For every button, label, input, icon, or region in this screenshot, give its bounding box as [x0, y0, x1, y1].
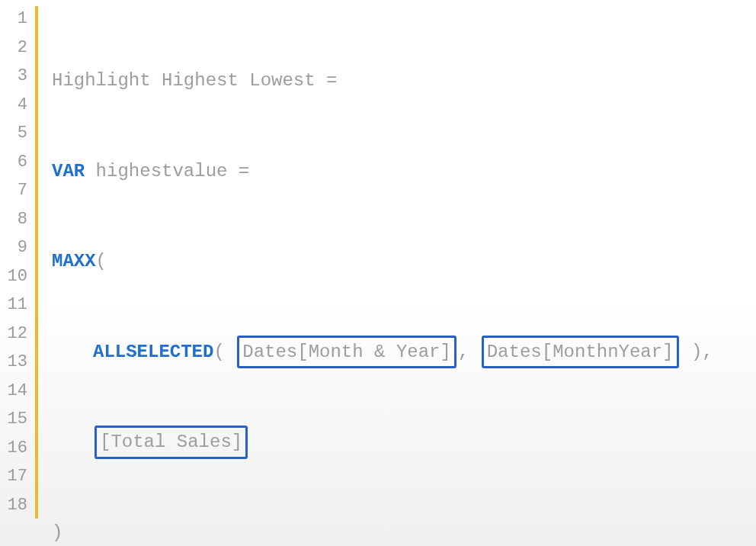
- line-number: 3: [0, 62, 32, 91]
- line-number: 5: [0, 119, 32, 148]
- line-number: 4: [0, 91, 32, 120]
- line-number: 15: [0, 405, 32, 434]
- line-number: 10: [0, 262, 32, 291]
- line-number: 12: [0, 320, 32, 348]
- code-editor[interactable]: Highlight Highest Lowest = VAR highestva…: [38, 0, 756, 546]
- line-number: 13: [0, 348, 32, 377]
- line-number: 14: [0, 377, 32, 406]
- column-ref-box: Dates[Month & Year]: [237, 336, 456, 369]
- code-line[interactable]: VAR highestvalue =: [52, 157, 756, 186]
- keyword-var: VAR: [52, 157, 85, 186]
- line-number: 17: [0, 462, 32, 491]
- function-allselected: ALLSELECTED: [93, 338, 213, 367]
- code-text: (: [96, 247, 107, 276]
- code-text: ,: [458, 338, 480, 367]
- measure-ref-box: [Total Sales]: [94, 426, 248, 459]
- line-number: 6: [0, 148, 32, 177]
- code-line[interactable]: ALLSELECTED( Dates[Month & Year], Dates[…: [52, 338, 756, 367]
- code-text: Highlight Highest Lowest =: [52, 66, 337, 95]
- code-line[interactable]: MAXX(: [52, 247, 756, 276]
- column-ref-box: Dates[MonthnYear]: [482, 336, 679, 369]
- code-text: ),: [681, 338, 713, 367]
- code-line[interactable]: [Total Sales]: [52, 428, 756, 457]
- code-text: (: [213, 338, 235, 367]
- code-text: highestvalue =: [85, 157, 249, 186]
- line-number-gutter: 1 2 3 4 5 6 7 8 9 10 11 12 13 14 15 16 1…: [0, 0, 32, 546]
- code-line[interactable]: Highlight Highest Lowest =: [52, 66, 756, 95]
- line-number: 16: [0, 434, 32, 463]
- code-text: ): [52, 519, 62, 547]
- code-line[interactable]: ): [52, 519, 756, 547]
- line-number: 7: [0, 176, 32, 205]
- line-number: 2: [0, 34, 32, 63]
- line-number: 1: [0, 5, 32, 34]
- line-number: 18: [0, 491, 32, 520]
- line-number: 8: [0, 205, 32, 234]
- line-number: 9: [0, 233, 32, 262]
- line-number: 11: [0, 291, 32, 320]
- function-maxx: MAXX: [52, 247, 96, 276]
